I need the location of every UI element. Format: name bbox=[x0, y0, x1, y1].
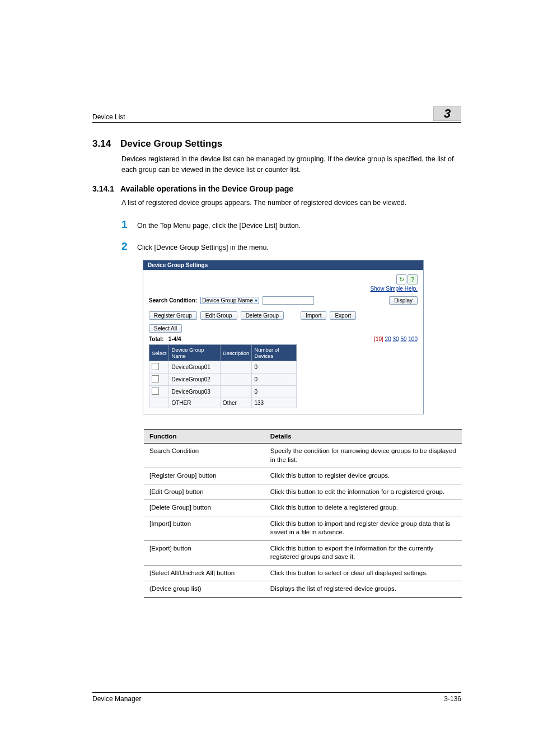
embedded-screenshot: Device Group Settings ↻ ? Show Simple He… bbox=[143, 260, 424, 414]
section-body: Devices registered in the device list ca… bbox=[121, 154, 461, 175]
row-checkbox[interactable] bbox=[152, 375, 159, 382]
select-all-button[interactable]: Select All bbox=[149, 324, 182, 333]
col-desc: Description bbox=[220, 345, 252, 361]
paging-link[interactable]: 30 bbox=[393, 336, 399, 342]
page-footer: Device Manager 3-136 bbox=[92, 692, 461, 703]
cell-num: 0 bbox=[252, 374, 297, 386]
function-details-table: Function Details Search ConditionSpecify… bbox=[144, 429, 462, 598]
col-num: Number of Devices bbox=[252, 345, 297, 361]
subsection-body: A list of registered device groups appea… bbox=[121, 198, 461, 208]
header-left: Device List bbox=[92, 113, 125, 121]
search-input[interactable] bbox=[263, 296, 314, 305]
edit-group-button[interactable]: Edit Group bbox=[200, 311, 237, 320]
cell-desc bbox=[220, 374, 252, 386]
section-number: 3.14 bbox=[92, 138, 120, 150]
table-row: DeviceGroup01 0 bbox=[149, 361, 297, 374]
table-row: [Select All/Uncheck All] buttonClick thi… bbox=[144, 565, 462, 581]
chapter-box: 3 bbox=[433, 106, 461, 121]
cell-num: 0 bbox=[252, 386, 297, 398]
help-icon[interactable]: ? bbox=[407, 274, 418, 284]
show-simple-help-link[interactable]: Show Simple Help. bbox=[371, 286, 418, 292]
subsection-number: 3.14.1 bbox=[92, 184, 120, 193]
step-text: Click [Device Group Settings] in the men… bbox=[137, 242, 269, 253]
search-condition-label: Search Condition: bbox=[149, 297, 197, 304]
step-1: 1 On the Top Menu page, click the [Devic… bbox=[121, 217, 461, 233]
paging-current: [10] bbox=[374, 336, 383, 342]
table-row: OTHER Other 133 bbox=[149, 398, 297, 408]
register-group-button[interactable]: Register Group bbox=[149, 311, 197, 320]
col-select: Select bbox=[149, 345, 169, 361]
subsection-title: Available operations in the Device Group… bbox=[120, 184, 293, 193]
table-row: Search ConditionSpecify the condition fo… bbox=[144, 444, 462, 468]
search-select[interactable]: Device Group Name ▾ bbox=[200, 297, 259, 304]
cell-name: DeviceGroup02 bbox=[169, 374, 220, 386]
cell-num: 0 bbox=[252, 361, 297, 374]
step-text: On the Top Menu page, click the [Device … bbox=[137, 221, 301, 231]
display-button[interactable]: Display bbox=[389, 296, 418, 305]
step-2: 2 Click [Device Group Settings] in the m… bbox=[121, 239, 461, 255]
table-row: (Device group list)Displays the list of … bbox=[144, 581, 462, 598]
col-name: Device Group Name bbox=[169, 345, 220, 361]
total-count: Total: 1-4/4 bbox=[149, 336, 181, 342]
cell-desc bbox=[220, 361, 252, 374]
cell-name: DeviceGroup01 bbox=[169, 361, 220, 374]
step-number: 2 bbox=[121, 239, 137, 255]
cell-name: DeviceGroup03 bbox=[169, 386, 220, 398]
section-heading: 3.14Device Group Settings bbox=[92, 138, 461, 150]
chevron-down-icon: ▾ bbox=[255, 297, 257, 304]
row-checkbox[interactable] bbox=[152, 388, 159, 395]
delete-group-button[interactable]: Delete Group bbox=[241, 311, 284, 320]
table-row: DeviceGroup03 0 bbox=[149, 386, 297, 398]
step-number: 1 bbox=[121, 217, 137, 233]
func-header: Function bbox=[144, 430, 265, 444]
page-header: Device List 3 bbox=[92, 106, 461, 123]
table-row: [Edit Group] buttonClick this button to … bbox=[144, 484, 462, 500]
import-button[interactable]: Import bbox=[301, 311, 326, 320]
cell-desc bbox=[220, 386, 252, 398]
paging-link[interactable]: 20 bbox=[385, 336, 391, 342]
footer-right: 3-136 bbox=[444, 695, 461, 703]
refresh-icon[interactable]: ↻ bbox=[396, 274, 406, 284]
export-button[interactable]: Export bbox=[330, 311, 356, 320]
footer-left: Device Manager bbox=[92, 695, 141, 703]
panel-title: Device Group Settings bbox=[143, 260, 423, 270]
cell-desc: Other bbox=[220, 398, 252, 408]
subsection-heading: 3.14.1Available operations in the Device… bbox=[92, 184, 461, 193]
table-row: [Register Group] buttonClick this button… bbox=[144, 468, 462, 484]
table-row: [Import] buttonClick this button to impo… bbox=[144, 516, 462, 540]
details-header: Details bbox=[265, 430, 462, 444]
paging: [10] 20 30 50 100 bbox=[374, 336, 418, 342]
device-group-table: Select Device Group Name Description Num… bbox=[149, 344, 297, 408]
table-row: [Export] buttonClick this button to expo… bbox=[144, 540, 462, 565]
cell-name: OTHER bbox=[169, 398, 220, 408]
paging-link[interactable]: 100 bbox=[408, 336, 418, 342]
table-row: DeviceGroup02 0 bbox=[149, 374, 297, 386]
table-row: [Delete Group] buttonClick this button t… bbox=[144, 500, 462, 516]
paging-link[interactable]: 50 bbox=[400, 336, 406, 342]
row-checkbox[interactable] bbox=[152, 363, 159, 370]
section-title: Device Group Settings bbox=[120, 138, 222, 149]
cell-num: 133 bbox=[252, 398, 297, 408]
chapter-number: 3 bbox=[444, 106, 451, 121]
search-row: Search Condition: Device Group Name ▾ Di… bbox=[149, 296, 418, 305]
